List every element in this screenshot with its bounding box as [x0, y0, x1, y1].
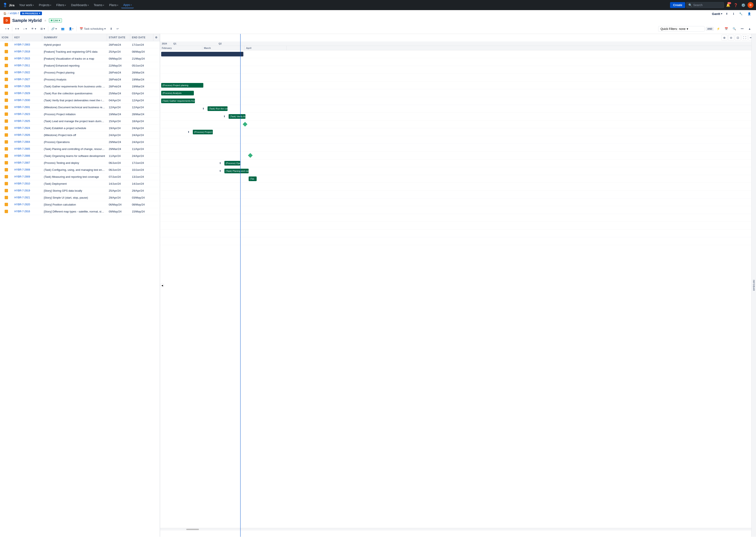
fields-button[interactable]: ⊞ ▾: [39, 26, 47, 31]
gantt-bar[interactable]: (Process) Analysis: [161, 91, 194, 95]
breadcrumb-project-key[interactable]: HYBR-7: [10, 12, 19, 15]
row-key[interactable]: HYBR-7-2926: [13, 132, 42, 138]
table-row[interactable]: HYBR-7-2927 (Process) Analysis 28/Feb/24…: [0, 76, 160, 83]
settings-button[interactable]: ⚙️: [740, 2, 747, 8]
row-key[interactable]: HYBR-7-2906: [13, 153, 42, 159]
gantt-zoom-in[interactable]: ⊕: [721, 35, 727, 41]
table-row[interactable]: HYBR-7-2904 (Process) Operations 29/Mar/…: [0, 139, 160, 146]
calendar-button[interactable]: 📅: [723, 26, 730, 31]
gantt-scrollbar[interactable]: [160, 528, 756, 530]
help-button[interactable]: ❓: [732, 2, 739, 8]
gantt-bar[interactable]: (Tas: [249, 177, 257, 181]
add-person-button[interactable]: 👤+: [67, 26, 75, 31]
person-settings-button[interactable]: 👤: [746, 11, 753, 16]
table-row[interactable]: HYBR-7-2910 (Task) Deployment 14/Jun/24 …: [0, 180, 160, 187]
add-button[interactable]: + ▾: [3, 26, 11, 31]
collapse-gantt-button[interactable]: ◀: [160, 283, 164, 287]
export-button[interactable]: ⬇: [108, 26, 114, 31]
gantt-bar[interactable]: (Task) Verify that: [229, 114, 245, 119]
table-row[interactable]: HYBR-7-2905 (Task) Planing and controlli…: [0, 146, 160, 153]
avatar[interactable]: D: [748, 2, 753, 8]
table-row[interactable]: HYBR-7-2911 [Feature] Enhanced reporting…: [0, 62, 160, 69]
more-options-button[interactable]: •••: [739, 26, 745, 31]
row-key[interactable]: HYBR-7-2923: [13, 111, 42, 117]
gantt-bar[interactable]: (Process) Ope: [224, 161, 240, 166]
table-row[interactable]: HYBR-7-2929 (Task) Run the collection qu…: [0, 90, 160, 97]
nav-filters[interactable]: Filters ▾: [54, 2, 68, 8]
row-key[interactable]: HYBR-7-2905: [13, 146, 42, 152]
zoom-button[interactable]: 🔍: [731, 26, 738, 31]
table-row[interactable]: HYBR-7-2931 (Milestone) Document technic…: [0, 104, 160, 111]
search-box[interactable]: 🔍 Search: [686, 2, 724, 8]
live-badge[interactable]: Live ▾: [49, 18, 62, 23]
table-row[interactable]: HYBR-7-2903 Hybrid project 28/Feb/24 17/…: [0, 41, 160, 48]
gantt-fit[interactable]: ⊡: [735, 35, 741, 41]
gantt-bar[interactable]: (Process) Project ir: [193, 130, 213, 134]
row-key[interactable]: HYBR-7-2911: [13, 62, 42, 69]
row-key[interactable]: HYBR-7-2915: [13, 55, 42, 62]
gantt-zoom-out[interactable]: ⊖: [728, 35, 734, 41]
table-row[interactable]: HYBR-7-2926 (Milestone) Project kick-off…: [0, 132, 160, 139]
gantt-fullscreen[interactable]: ⛶: [742, 35, 748, 41]
quick-filters[interactable]: Quick Filters: none ▾: [658, 26, 705, 32]
people-button[interactable]: 👥: [59, 26, 66, 31]
row-key[interactable]: HYBR-7-2925: [13, 118, 42, 124]
row-key[interactable]: HYBR-7-2904: [13, 139, 42, 145]
upload-icon[interactable]: ⬆: [219, 170, 221, 173]
table-row[interactable]: HYBR-7-2907 (Process) Testing and deploy…: [0, 160, 160, 166]
status-badge[interactable]: IN PROGRESS ▾: [20, 12, 42, 15]
upload-icon[interactable]: ⬆: [202, 107, 204, 110]
gantt-bar[interactable]: (Task) Gather requirements from business…: [161, 99, 195, 103]
table-row[interactable]: HYBR-7-2916 [Story] Different map types …: [0, 208, 160, 215]
row-key[interactable]: HYBR-7-2921: [13, 194, 42, 201]
gantt-bar[interactable]: (Process) Project planing: [161, 83, 203, 88]
nav-dashboards[interactable]: Dashboards ▾: [69, 2, 91, 8]
row-key[interactable]: HYBR-7-2927: [13, 76, 42, 83]
upload-icon[interactable]: ⬆: [223, 115, 225, 118]
gantt-bar[interactable]: (Task) Planing and controllir: [224, 169, 249, 173]
table-row[interactable]: HYBR-7-2928 (Task) Gather requirements f…: [0, 83, 160, 90]
nav-plans[interactable]: Plans ▾: [107, 2, 120, 8]
table-row[interactable]: HYBR-7-2915 [Feature] Visualization of t…: [0, 55, 160, 62]
row-key[interactable]: HYBR-7-2910: [13, 181, 42, 187]
col-settings[interactable]: ⚙: [153, 34, 160, 41]
table-row[interactable]: HYBR-7-2908 (Task) Configuring, using, a…: [0, 166, 160, 173]
nav-your-work[interactable]: Your work ▾: [17, 2, 36, 8]
row-key[interactable]: HYBR-7-2918: [13, 48, 42, 55]
row-key[interactable]: HYBR-7-2920: [13, 201, 42, 208]
star-icon[interactable]: ★: [44, 19, 47, 23]
table-row[interactable]: HYBR-7-2919 [Story] Storing GPS data loc…: [0, 187, 160, 194]
table-row[interactable]: HYBR-7-2925 (Task) Lead and manage the p…: [0, 118, 160, 125]
sort-button[interactable]: ↕ ▾: [21, 26, 29, 31]
table-row[interactable]: HYBR-7-2923 (Process) Project initiation…: [0, 111, 160, 118]
upload-icon[interactable]: ⬆: [188, 131, 190, 134]
table-row[interactable]: HYBR-7-2930 (Task) Verify that project d…: [0, 97, 160, 104]
table-row[interactable]: HYBR-7-2906 (Task) Organizing teams for …: [0, 153, 160, 160]
row-key[interactable]: HYBR-7-2922: [13, 69, 42, 76]
nav-teams[interactable]: Teams ▾: [92, 2, 106, 8]
row-key[interactable]: HYBR-7-2919: [13, 188, 42, 194]
table-row[interactable]: HYBR-7-2924 (Task) Establish a project s…: [0, 125, 160, 132]
jira-logo[interactable]: Jira: [3, 3, 15, 8]
upload-icon[interactable]: ⬆: [219, 162, 221, 165]
row-key[interactable]: HYBR-7-2924: [13, 125, 42, 131]
share-button[interactable]: ⬆: [724, 11, 730, 16]
row-key[interactable]: HYBR-7-2909: [13, 174, 42, 180]
row-key[interactable]: HYBR-7-2916: [13, 208, 42, 215]
wrench-button[interactable]: 🔧: [737, 11, 744, 16]
row-key[interactable]: HYBR-7-2907: [13, 160, 42, 166]
row-key[interactable]: HYBR-7-2929: [13, 90, 42, 97]
info-button[interactable]: ℹ: [731, 11, 736, 16]
create-button[interactable]: Create: [670, 2, 685, 8]
notifications-button[interactable]: 🔔 9+: [725, 2, 732, 8]
table-row[interactable]: HYBR-7-2921 [Story] Simple UI (start, st…: [0, 194, 160, 201]
table-row[interactable]: HYBR-7-2918 [Feature] Tracking and regis…: [0, 48, 160, 55]
gantt-bar[interactable]: (Task) Run the colle: [208, 106, 228, 111]
table-row[interactable]: HYBR-7-2909 (Task) Measuring and reporti…: [0, 173, 160, 180]
nav-projects[interactable]: Projects ▾: [37, 2, 53, 8]
groupby-button[interactable]: ≡ ▾: [13, 26, 21, 31]
view-button[interactable]: 👁 ▾: [29, 26, 38, 31]
row-key[interactable]: HYBR-7-2903: [13, 42, 42, 48]
home-icon[interactable]: 🏠: [3, 12, 7, 15]
nav-apps[interactable]: Apps ▾: [121, 2, 134, 8]
